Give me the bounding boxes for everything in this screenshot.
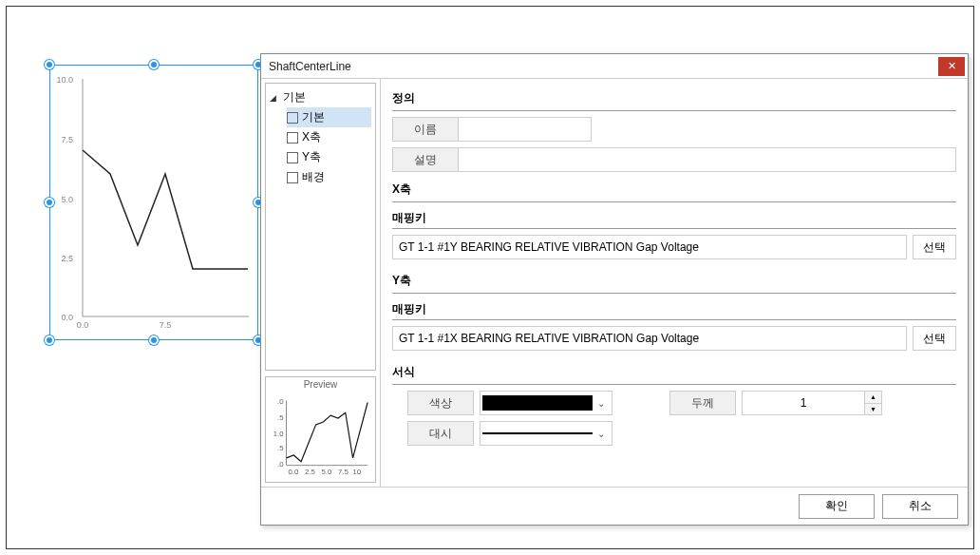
dash-label: 대시 [407,421,474,446]
form-panel: 정의 이름 설명 X축 매핑키 선택 Y축 매핑키 [381,79,968,487]
svg-text:10: 10 [353,468,362,476]
mapping-label-x: 매핑키 [392,208,956,229]
svg-text:7.5: 7.5 [160,320,172,330]
section-yaxis: Y축 [392,269,956,294]
svg-text:.0: .0 [277,397,284,406]
svg-text:1.0: 1.0 [273,430,284,438]
spinner-up-icon[interactable]: ▲ [865,392,881,404]
canvas-frame: 10.0 7.5 5.0 2.5 0.0 0.0 7.5 ShaftCenter… [6,6,974,549]
preview-panel: Preview .0 .5 1.0 .5 .0 0.0 2.5 5. [265,376,376,483]
dash-preview [482,432,593,434]
svg-text:7.5: 7.5 [338,468,349,476]
close-button[interactable]: ✕ [938,57,965,76]
dialog-titlebar[interactable]: ShaftCenterLine ✕ [261,54,968,79]
resize-handle[interactable] [149,60,159,69]
checkbox-icon[interactable] [287,132,298,144]
tree-root-label: 기본 [283,89,306,105]
name-input[interactable] [459,117,592,142]
svg-text:2.5: 2.5 [61,254,73,263]
svg-text:2.5: 2.5 [305,468,315,476]
selected-chart[interactable]: 10.0 7.5 5.0 2.5 0.0 0.0 7.5 [45,60,263,345]
tree-item-background[interactable]: 배경 [287,167,371,187]
x-mapping-input[interactable] [392,235,907,259]
resize-handle[interactable] [45,60,54,69]
ok-button[interactable]: 확인 [799,494,875,519]
tree-item-xaxis[interactable]: X축 [287,127,371,147]
dialog-footer: 확인 취소 [261,487,968,525]
svg-text:5.0: 5.0 [61,195,73,204]
color-dropdown[interactable]: ⌄ [480,391,612,415]
cancel-button[interactable]: 취소 [882,494,958,519]
chevron-down-icon: ⌄ [593,429,610,439]
thickness-input[interactable] [742,391,865,415]
svg-text:.0: .0 [277,460,284,469]
preview-chart: .0 .5 1.0 .5 .0 0.0 2.5 5.0 7.5 10 [266,392,375,482]
section-format: 서식 [392,360,956,385]
chart-plot: 10.0 7.5 5.0 2.5 0.0 0.0 7.5 [54,69,254,335]
tree-item-yaxis[interactable]: Y축 [287,147,371,167]
expand-icon[interactable]: ◢ [270,93,279,103]
resize-handle[interactable] [45,335,54,345]
tree-item-label: 기본 [302,109,325,125]
tree-root[interactable]: ◢ 기본 [270,87,371,107]
tree-item-label: Y축 [302,149,321,165]
svg-text:5.0: 5.0 [321,468,331,476]
svg-text:0.0: 0.0 [61,313,73,322]
mapping-label-y: 매핑키 [392,299,956,320]
tree-item-label: X축 [302,129,321,145]
desc-label: 설명 [392,147,459,172]
checkbox-icon[interactable] [287,172,298,183]
tree-item-label: 배경 [302,169,325,185]
x-select-button[interactable]: 선택 [913,235,956,259]
thickness-spinner[interactable]: ▲ ▼ [865,391,882,415]
resize-handle[interactable] [45,198,54,207]
checkbox-icon[interactable] [287,112,298,124]
chevron-down-icon: ⌄ [593,398,610,409]
svg-text:0.0: 0.0 [77,320,89,330]
resize-handle[interactable] [149,335,159,345]
properties-dialog: ShaftCenterLine ✕ ◢ 기본 기본 [260,53,969,526]
y-mapping-input[interactable] [392,326,907,351]
section-xaxis: X축 [392,178,956,202]
dash-dropdown[interactable]: ⌄ [480,421,612,446]
svg-text:0.0: 0.0 [288,468,298,476]
tree-view[interactable]: ◢ 기본 기본 X축 Y축 [265,83,376,371]
dialog-title: ShaftCenterLine [269,60,351,73]
thickness-label: 두께 [669,391,736,415]
color-swatch [482,395,593,411]
name-label: 이름 [392,117,459,142]
preview-title: Preview [266,377,375,392]
desc-input[interactable] [459,147,956,172]
svg-text:10.0: 10.0 [56,75,73,85]
section-definition: 정의 [392,86,956,111]
y-select-button[interactable]: 선택 [913,326,956,351]
checkbox-icon[interactable] [287,152,298,163]
tree-item-basic[interactable]: 기본 [287,107,371,127]
svg-text:.5: .5 [277,413,283,422]
svg-text:7.5: 7.5 [61,135,73,144]
color-label: 색상 [407,391,474,415]
svg-text:.5: .5 [277,444,283,452]
left-panel: ◢ 기본 기본 X축 Y축 [261,79,381,487]
spinner-down-icon[interactable]: ▼ [865,404,881,415]
